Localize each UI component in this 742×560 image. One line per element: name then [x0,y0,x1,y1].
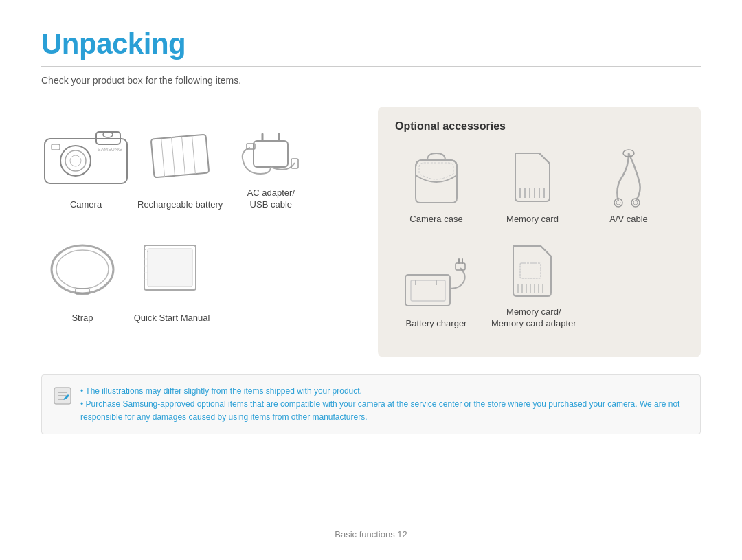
svg-rect-13 [254,141,288,167]
svg-rect-22 [148,249,192,287]
svg-point-19 [56,250,109,289]
svg-line-9 [161,138,165,177]
opt-camera-case: Camera case [395,146,477,225]
memory-card-image [505,146,560,208]
opt-row-1: Camera case [395,146,684,225]
svg-rect-5 [52,144,60,150]
memory-card-label: Memory card [506,214,559,225]
included-items-section: SAMSUNG Camera [41,107,357,357]
svg-rect-8 [151,135,210,178]
svg-point-3 [65,150,86,171]
items-row-2: Strap [41,232,357,324]
subtitle: Check your product box for the following… [41,75,701,86]
svg-point-6 [103,132,113,137]
battery-charger-label: Battery charger [406,318,467,330]
ac-adapter-label: AC adapter/USB cable [247,188,295,211]
main-content: SAMSUNG Camera [41,107,701,357]
strap-label: Strap [71,313,93,324]
ac-adapter-image [233,107,308,182]
memory-card-adapter-image [503,239,565,301]
camera-case-label: Camera case [409,214,462,225]
svg-line-47 [541,246,551,256]
note-section: • The illustrations may differ slightly … [41,374,701,435]
item-rechargeable-battery: Rechargeable battery [137,118,223,211]
camera-image: SAMSUNG [41,118,131,194]
svg-line-28 [539,153,550,164]
page-title: Unpacking [41,27,701,60]
footer-text: Basic functions 12 [335,529,407,539]
item-ac-adapter: AC adapter/USB cable [229,107,312,211]
svg-text:SAMSUNG: SAMSUNG [98,147,122,152]
note-bullet-1: • The illustrations may differ slightly … [80,386,362,396]
strap-image [41,232,124,307]
items-row-1: SAMSUNG Camera [41,107,357,211]
page: Unpacking Check your product box for the… [0,0,742,560]
opt-av-cable: A/V cable [587,146,670,225]
av-cable-label: A/V cable [609,214,648,225]
item-camera: SAMSUNG Camera [41,118,131,211]
note-bullet-2: • Purchase Samsung-approved optional ite… [80,399,679,422]
svg-point-18 [52,245,113,293]
svg-line-12 [192,135,196,174]
svg-line-11 [182,137,186,175]
opt-row-2: Battery charger [395,239,684,330]
item-quick-start-manual: Quick Start Manual [131,232,213,324]
optional-accessories-section: Optional accessories [378,107,701,357]
memory-card-adapter-label: Memory card/Memory card adapter [491,306,576,330]
quick-start-manual-image [131,232,213,307]
battery-charger-image [398,251,474,313]
optional-accessories-title: Optional accessories [395,120,684,133]
note-icon [53,386,72,405]
quick-start-manual-label: Quick Start Manual [134,313,210,324]
page-footer: Basic functions 12 [0,529,742,539]
svg-point-4 [70,155,81,166]
camera-label: Camera [70,199,102,211]
svg-rect-48 [520,263,541,278]
rechargeable-battery-image [142,118,218,194]
svg-rect-44 [456,263,465,270]
rechargeable-battery-label: Rechargeable battery [137,199,223,211]
item-strap: Strap [41,232,124,324]
opt-memory-card: Memory card [491,146,574,225]
opt-battery-charger: Battery charger [395,251,477,330]
opt-memory-card-adapter: Memory card/Memory card adapter [491,239,576,330]
divider [41,66,701,67]
note-text: • The illustrations may differ slightly … [80,385,689,425]
av-cable-image [601,146,656,208]
svg-line-10 [172,137,175,176]
camera-case-image [405,146,467,208]
